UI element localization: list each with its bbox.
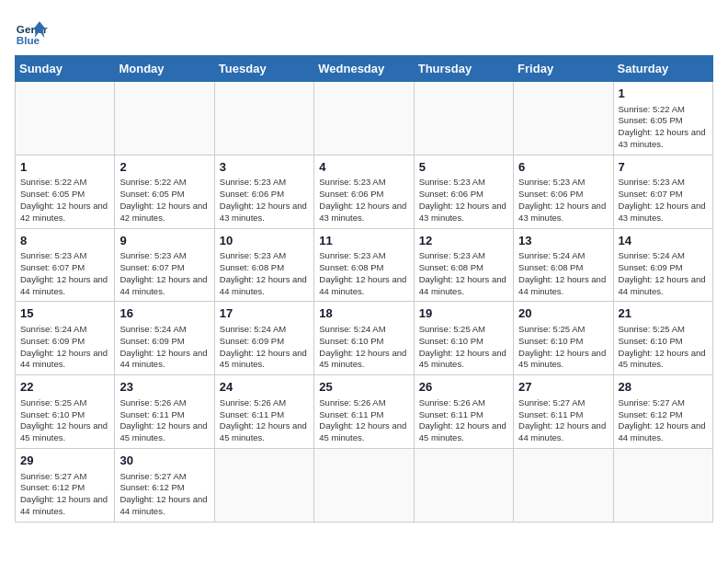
- calendar-cell: [414, 448, 513, 522]
- day-detail: Sunrise: 5:23 AMSunset: 6:08 PMDaylight:…: [419, 250, 508, 297]
- day-detail: Sunrise: 5:23 AMSunset: 6:08 PMDaylight:…: [319, 250, 408, 297]
- calendar-cell: 19Sunrise: 5:25 AMSunset: 6:10 PMDayligh…: [414, 302, 513, 375]
- day-detail: Sunrise: 5:26 AMSunset: 6:11 PMDaylight:…: [319, 397, 408, 444]
- day-detail: Sunrise: 5:27 AMSunset: 6:11 PMDaylight:…: [518, 397, 608, 444]
- week-row-2: 1Sunrise: 5:22 AMSunset: 6:05 PMDaylight…: [16, 155, 713, 228]
- day-detail: Sunrise: 5:23 AMSunset: 6:06 PMDaylight:…: [419, 177, 508, 224]
- day-detail: Sunrise: 5:23 AMSunset: 6:06 PMDaylight:…: [319, 177, 408, 224]
- logo: General Blue: [15, 15, 48, 48]
- header-saturday: Saturday: [613, 56, 712, 82]
- calendar-cell: 16Sunrise: 5:24 AMSunset: 6:09 PMDayligh…: [115, 302, 214, 375]
- calendar-cell: [214, 82, 313, 155]
- day-number: 7: [619, 159, 708, 176]
- header-thursday: Thursday: [414, 56, 513, 82]
- day-detail: Sunrise: 5:26 AMSunset: 6:11 PMDaylight:…: [119, 397, 209, 444]
- calendar-cell: 28Sunrise: 5:27 AMSunset: 6:12 PMDayligh…: [613, 375, 712, 449]
- week-row-5: 22Sunrise: 5:25 AMSunset: 6:10 PMDayligh…: [16, 375, 713, 449]
- calendar-cell: 1Sunrise: 5:22 AMSunset: 6:05 PMDaylight…: [16, 155, 115, 228]
- day-detail: Sunrise: 5:22 AMSunset: 6:05 PMDaylight:…: [20, 177, 109, 224]
- calendar-cell: [115, 82, 214, 155]
- day-detail: Sunrise: 5:23 AMSunset: 6:07 PMDaylight:…: [119, 250, 209, 297]
- calendar-cell: 25Sunrise: 5:26 AMSunset: 6:11 PMDayligh…: [314, 375, 414, 449]
- calendar-cell: 11Sunrise: 5:23 AMSunset: 6:08 PMDayligh…: [314, 228, 414, 302]
- calendar-cell: 22Sunrise: 5:25 AMSunset: 6:10 PMDayligh…: [16, 375, 115, 449]
- day-number: 2: [119, 159, 209, 176]
- header-wednesday: Wednesday: [314, 56, 414, 82]
- day-number: 29: [20, 453, 109, 469]
- calendar-cell: 23Sunrise: 5:26 AMSunset: 6:11 PMDayligh…: [115, 375, 214, 449]
- day-number: 21: [619, 305, 708, 322]
- day-number: 6: [518, 159, 608, 176]
- calendar-cell: 12Sunrise: 5:23 AMSunset: 6:08 PMDayligh…: [414, 228, 513, 302]
- day-detail: Sunrise: 5:22 AMSunset: 6:05 PMDaylight:…: [119, 177, 209, 224]
- calendar-cell: [414, 82, 513, 155]
- calendar-cell: 20Sunrise: 5:25 AMSunset: 6:10 PMDayligh…: [514, 302, 613, 375]
- calendar-cell: 24Sunrise: 5:26 AMSunset: 6:11 PMDayligh…: [214, 375, 313, 449]
- header-sunday: Sunday: [16, 56, 115, 82]
- day-number: 25: [319, 379, 408, 396]
- day-number: 22: [20, 379, 109, 396]
- day-number: 24: [220, 379, 309, 396]
- day-detail: Sunrise: 5:27 AMSunset: 6:12 PMDaylight:…: [20, 471, 109, 518]
- svg-text:Blue: Blue: [17, 34, 40, 46]
- day-number: 18: [319, 305, 408, 322]
- calendar-cell: [214, 448, 313, 522]
- calendar-cell: [16, 82, 115, 155]
- day-number: 20: [518, 305, 608, 322]
- day-detail: Sunrise: 5:24 AMSunset: 6:09 PMDaylight:…: [119, 324, 209, 371]
- calendar-cell: 26Sunrise: 5:26 AMSunset: 6:11 PMDayligh…: [414, 375, 513, 449]
- day-detail: Sunrise: 5:24 AMSunset: 6:09 PMDaylight:…: [220, 324, 309, 371]
- calendar-cell: [314, 448, 414, 522]
- day-number: 16: [119, 305, 209, 322]
- day-detail: Sunrise: 5:25 AMSunset: 6:10 PMDaylight:…: [619, 324, 708, 371]
- calendar-cell: 10Sunrise: 5:23 AMSunset: 6:08 PMDayligh…: [214, 228, 313, 302]
- day-detail: Sunrise: 5:25 AMSunset: 6:10 PMDaylight:…: [518, 324, 608, 371]
- day-detail: Sunrise: 5:27 AMSunset: 6:12 PMDaylight:…: [619, 397, 708, 444]
- calendar-cell: [314, 82, 414, 155]
- week-row-4: 15Sunrise: 5:24 AMSunset: 6:09 PMDayligh…: [16, 302, 713, 375]
- logo-icon: General Blue: [15, 15, 48, 48]
- day-number: 23: [119, 379, 209, 396]
- header-tuesday: Tuesday: [214, 56, 313, 82]
- day-detail: Sunrise: 5:26 AMSunset: 6:11 PMDaylight:…: [220, 397, 309, 444]
- calendar-cell: 5Sunrise: 5:23 AMSunset: 6:06 PMDaylight…: [414, 155, 513, 228]
- calendar-cell: 18Sunrise: 5:24 AMSunset: 6:10 PMDayligh…: [314, 302, 414, 375]
- day-number: 3: [220, 159, 309, 176]
- calendar-cell: [514, 448, 613, 522]
- day-detail: Sunrise: 5:23 AMSunset: 6:06 PMDaylight:…: [518, 177, 608, 224]
- calendar-cell: 29Sunrise: 5:27 AMSunset: 6:12 PMDayligh…: [16, 448, 115, 522]
- calendar-cell: 17Sunrise: 5:24 AMSunset: 6:09 PMDayligh…: [214, 302, 313, 375]
- day-number: 12: [419, 233, 508, 249]
- week-row-3: 8Sunrise: 5:23 AMSunset: 6:07 PMDaylight…: [16, 228, 713, 302]
- day-number: 19: [419, 305, 508, 322]
- calendar-cell: 14Sunrise: 5:24 AMSunset: 6:09 PMDayligh…: [613, 228, 712, 302]
- calendar-cell: 7Sunrise: 5:23 AMSunset: 6:07 PMDaylight…: [613, 155, 712, 228]
- day-number: 9: [119, 233, 209, 249]
- calendar-cell: 21Sunrise: 5:25 AMSunset: 6:10 PMDayligh…: [613, 302, 712, 375]
- day-detail: Sunrise: 5:27 AMSunset: 6:12 PMDaylight:…: [119, 471, 209, 518]
- day-number: 15: [20, 305, 109, 322]
- calendar-cell: 30Sunrise: 5:27 AMSunset: 6:12 PMDayligh…: [115, 448, 214, 522]
- header: General Blue: [15, 15, 713, 48]
- day-number: 26: [419, 379, 508, 396]
- day-detail: Sunrise: 5:23 AMSunset: 6:08 PMDaylight:…: [220, 250, 309, 297]
- calendar-cell: 9Sunrise: 5:23 AMSunset: 6:07 PMDaylight…: [115, 228, 214, 302]
- calendar-cell: 15Sunrise: 5:24 AMSunset: 6:09 PMDayligh…: [16, 302, 115, 375]
- day-detail: Sunrise: 5:24 AMSunset: 6:09 PMDaylight:…: [20, 324, 109, 371]
- day-number: 14: [619, 233, 708, 249]
- day-number: 8: [20, 233, 109, 249]
- day-number: 1: [20, 159, 109, 176]
- day-number: 17: [220, 305, 309, 322]
- day-detail: Sunrise: 5:24 AMSunset: 6:10 PMDaylight:…: [319, 324, 408, 371]
- calendar-cell: [613, 448, 712, 522]
- day-number: 27: [518, 379, 608, 396]
- header-monday: Monday: [115, 56, 214, 82]
- day-number: 11: [319, 233, 408, 249]
- day-number: 10: [220, 233, 309, 249]
- day-detail: Sunrise: 5:23 AMSunset: 6:07 PMDaylight:…: [20, 250, 109, 297]
- day-number: 4: [319, 159, 408, 176]
- calendar-cell: 13Sunrise: 5:24 AMSunset: 6:08 PMDayligh…: [514, 228, 613, 302]
- day-detail: Sunrise: 5:25 AMSunset: 6:10 PMDaylight:…: [419, 324, 508, 371]
- day-detail: Sunrise: 5:22 AMSunset: 6:05 PMDaylight:…: [619, 104, 708, 151]
- day-number: 1: [619, 86, 708, 102]
